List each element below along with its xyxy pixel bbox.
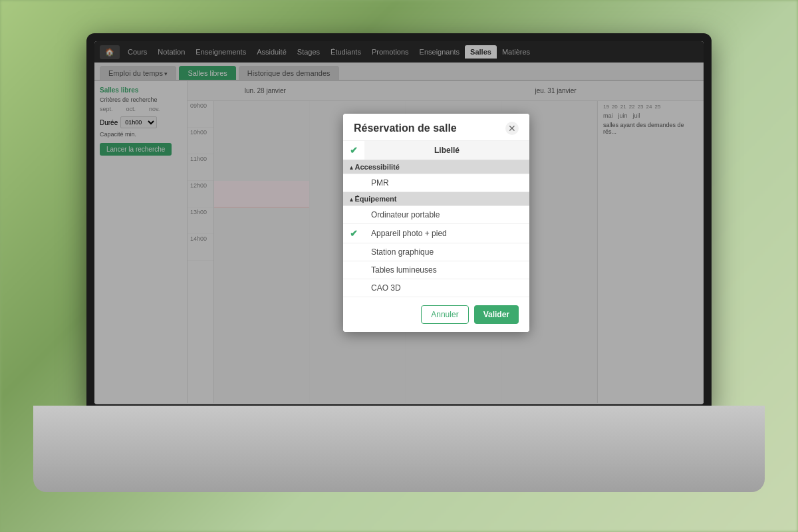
table-row[interactable]: ✔ Appareil photo + pied: [343, 224, 529, 243]
check-pmr: [343, 174, 364, 192]
group-accessibilite: Accessibilité: [343, 160, 529, 174]
table-row[interactable]: Ordinateur portable: [343, 206, 529, 224]
modal-title: Réservation de salle: [354, 122, 457, 134]
group-equipement-label: Équipement: [343, 192, 529, 206]
group-equipement: Équipement: [343, 192, 529, 206]
table-check-header: ✔: [343, 141, 364, 160]
group-accessibilite-label: Accessibilité: [343, 160, 529, 174]
laptop-base: [33, 406, 765, 492]
annuler-button[interactable]: Annuler: [421, 305, 468, 324]
check-ordinateur: [343, 206, 364, 224]
check-appareil-photo: ✔: [343, 224, 364, 243]
table-row[interactable]: CAO 3D: [343, 279, 529, 297]
check-header-icon: ✔: [350, 145, 358, 156]
check-tables: [343, 261, 364, 279]
modal-footer: Annuler Valider: [343, 297, 529, 332]
reservation-modal: Réservation de salle ✕ ✔ Libellé: [343, 114, 529, 332]
modal-table: ✔ Libellé Accessibilité PMR: [343, 141, 529, 297]
table-label-header: Libellé: [364, 141, 529, 160]
modal-header: Réservation de salle ✕: [343, 114, 529, 141]
label-tables: Tables lumineuses: [364, 261, 529, 279]
label-appareil-photo: Appareil photo + pied: [364, 224, 529, 243]
label-station: Station graphique: [364, 243, 529, 261]
table-row[interactable]: Station graphique: [343, 243, 529, 261]
table-row[interactable]: Tables lumineuses: [343, 261, 529, 279]
label-cao: CAO 3D: [364, 279, 529, 297]
modal-close-button[interactable]: ✕: [505, 122, 519, 135]
table-row[interactable]: PMR: [343, 174, 529, 192]
label-pmr: PMR: [364, 174, 529, 192]
label-ordinateur: Ordinateur portable: [364, 206, 529, 224]
valider-button[interactable]: Valider: [474, 305, 519, 324]
check-station: [343, 243, 364, 261]
check-cao: [343, 279, 364, 297]
